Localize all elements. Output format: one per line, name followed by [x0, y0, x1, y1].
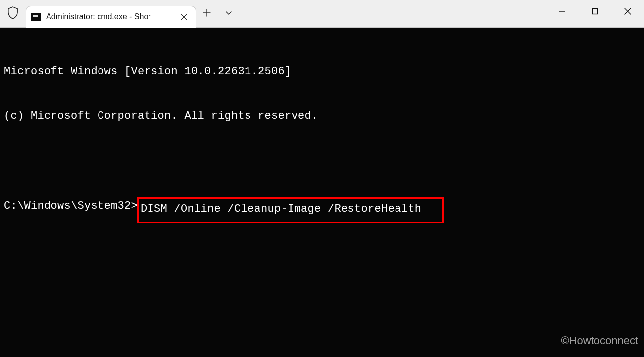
close-icon	[624, 8, 631, 17]
terminal-body[interactable]: Microsoft Windows [Version 10.0.22631.25…	[0, 28, 644, 357]
minimize-button[interactable]	[546, 0, 579, 25]
close-button[interactable]	[611, 0, 644, 25]
command-text: DISM /Online /Cleanup-Image /RestoreHeal…	[141, 203, 421, 215]
window-controls	[546, 0, 644, 27]
terminal-icon	[31, 13, 41, 21]
tab-close-button[interactable]	[177, 10, 191, 24]
chevron-down-icon	[225, 9, 233, 19]
command-line: C:\Windows\System32>DISM /Online /Cleanu…	[4, 198, 640, 221]
blank-line	[4, 153, 640, 168]
maximize-icon	[592, 8, 598, 17]
svg-rect-0	[593, 9, 598, 14]
tab-dropdown-button[interactable]	[218, 3, 240, 25]
new-tab-button[interactable]	[196, 3, 218, 25]
command-highlight-box: DISM /Online /Cleanup-Image /RestoreHeal…	[137, 197, 444, 223]
shield-icon	[7, 6, 18, 21]
plus-icon	[203, 9, 211, 19]
titlebar-left: Administrator: cmd.exe - Shor	[0, 0, 240, 27]
minimize-icon	[559, 8, 566, 17]
uac-shield-cell	[0, 0, 26, 27]
app-window: Administrator: cmd.exe - Shor	[0, 0, 644, 357]
windows-version-line: Microsoft Windows [Version 10.0.22631.25…	[4, 64, 640, 79]
tab-title: Administrator: cmd.exe - Shor	[46, 12, 172, 21]
title-bar: Administrator: cmd.exe - Shor	[0, 0, 644, 28]
copyright-line: (c) Microsoft Corporation. All rights re…	[4, 109, 640, 124]
watermark: ©Howtoconnect	[561, 333, 638, 348]
prompt-text: C:\Windows\System32>	[4, 200, 138, 212]
maximize-button[interactable]	[579, 0, 611, 25]
active-tab[interactable]: Administrator: cmd.exe - Shor	[26, 6, 196, 28]
